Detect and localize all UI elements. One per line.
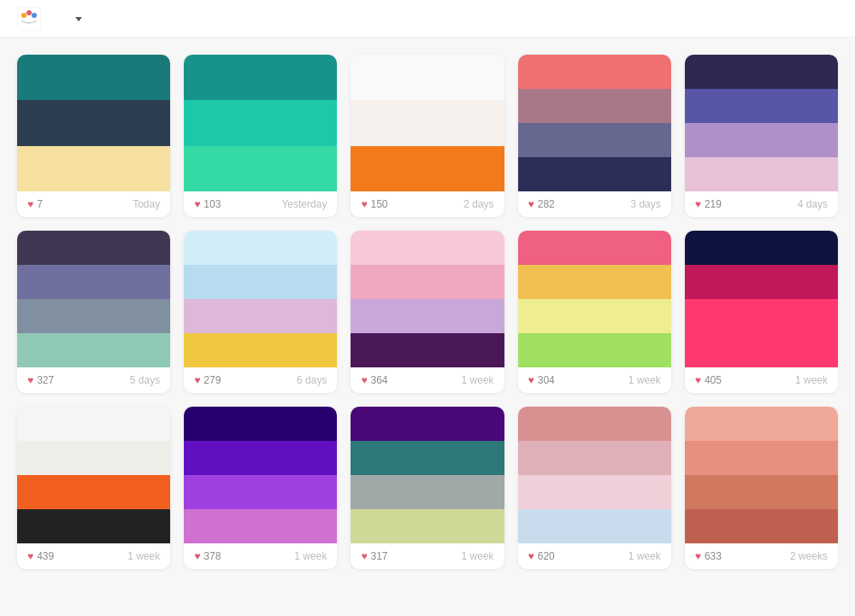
card-footer: ♥4391 week	[17, 543, 170, 569]
color-swatch	[17, 333, 170, 367]
nav-current-dropdown[interactable]	[72, 16, 82, 21]
palette-card[interactable]: ♥2796 days	[184, 231, 337, 393]
like-number: 7	[37, 198, 43, 210]
palette-colors	[17, 231, 170, 367]
time-label: 1 week	[795, 374, 828, 386]
time-label: Today	[133, 198, 160, 210]
likes-count[interactable]: ♥282	[528, 198, 555, 210]
color-swatch	[351, 441, 504, 475]
palette-card[interactable]: ♥2823 days	[518, 55, 671, 217]
card-footer: ♥103Yesterday	[184, 191, 337, 217]
color-swatch	[184, 299, 337, 333]
palette-card[interactable]: ♥1502 days	[351, 55, 504, 217]
likes-count[interactable]: ♥279	[194, 374, 221, 386]
logo-area[interactable]	[17, 7, 48, 31]
color-swatch	[17, 441, 170, 475]
likes-count[interactable]: ♥364	[361, 374, 387, 386]
like-number: 317	[371, 550, 388, 562]
palette-card[interactable]: ♥4051 week	[685, 231, 838, 393]
color-swatch	[184, 441, 337, 475]
color-swatch	[685, 441, 838, 475]
palette-card[interactable]: ♥3641 week	[351, 231, 504, 393]
color-swatch	[351, 100, 504, 145]
card-footer: ♥7Today	[17, 191, 170, 217]
palette-colors	[17, 407, 170, 543]
likes-count[interactable]: ♥219	[695, 198, 722, 210]
heart-icon: ♥	[695, 550, 701, 562]
card-footer: ♥2796 days	[184, 367, 337, 393]
like-number: 304	[538, 374, 555, 386]
likes-count[interactable]: ♥405	[695, 374, 722, 386]
likes-count[interactable]: ♥304	[528, 374, 555, 386]
likes-count[interactable]: ♥317	[361, 550, 387, 562]
likes-count[interactable]: ♥378	[194, 550, 221, 562]
heart-icon: ♥	[361, 550, 367, 562]
heart-icon: ♥	[528, 550, 534, 562]
time-label: Yesterday	[281, 198, 327, 210]
palette-card[interactable]: ♥3171 week	[351, 407, 504, 569]
likes-count[interactable]: ♥620	[528, 550, 555, 562]
color-swatch	[351, 475, 504, 509]
color-swatch	[184, 231, 337, 265]
time-label: 2 days	[463, 198, 493, 210]
color-swatch	[17, 146, 170, 191]
color-swatch	[518, 89, 671, 123]
likes-count[interactable]: ♥327	[27, 374, 54, 386]
palette-colors	[685, 55, 838, 191]
likes-count[interactable]: ♥439	[27, 550, 54, 562]
color-swatch	[351, 299, 504, 333]
color-swatch	[184, 475, 337, 509]
palette-card[interactable]: ♥3781 week	[184, 407, 337, 569]
palette-card[interactable]: ♥103Yesterday	[184, 55, 337, 217]
palette-card[interactable]: ♥2194 days	[685, 55, 838, 217]
palette-card[interactable]: ♥4391 week	[17, 407, 170, 569]
time-label: 5 days	[130, 374, 160, 386]
color-swatch	[17, 475, 170, 509]
time-label: 1 week	[462, 374, 494, 386]
palette-colors	[184, 407, 337, 543]
heart-icon: ♥	[27, 198, 33, 210]
color-swatch	[17, 231, 170, 265]
color-swatch	[17, 407, 170, 441]
color-swatch	[351, 407, 504, 441]
svg-point-1	[21, 13, 27, 18]
color-swatch	[17, 299, 170, 333]
svg-point-3	[32, 13, 37, 18]
palette-colors	[17, 55, 170, 191]
likes-count[interactable]: ♥103	[194, 198, 221, 210]
palette-colors	[518, 407, 671, 543]
palette-colors	[184, 231, 337, 367]
color-swatch	[351, 333, 504, 367]
palette-colors	[184, 55, 337, 191]
heart-icon: ♥	[194, 374, 200, 386]
color-swatch	[17, 509, 170, 543]
palette-card[interactable]: ♥7Today	[17, 55, 170, 217]
color-swatch	[518, 441, 671, 475]
color-swatch	[685, 509, 838, 543]
palette-colors	[685, 231, 838, 367]
color-swatch	[184, 509, 337, 543]
color-swatch	[184, 333, 337, 367]
palette-card[interactable]: ♥3275 days	[17, 231, 170, 393]
color-swatch	[518, 231, 671, 265]
card-footer: ♥3275 days	[17, 367, 170, 393]
card-footer: ♥1502 days	[351, 191, 504, 217]
likes-count[interactable]: ♥633	[695, 550, 722, 562]
color-swatch	[184, 55, 337, 100]
heart-icon: ♥	[361, 198, 367, 210]
palette-card[interactable]: ♥6332 weeks	[685, 407, 838, 569]
time-label: 1 week	[462, 550, 494, 562]
like-number: 327	[37, 374, 54, 386]
color-swatch	[17, 55, 170, 100]
likes-count[interactable]: ♥150	[361, 198, 387, 210]
color-swatch	[685, 299, 838, 333]
like-number: 364	[371, 374, 388, 386]
like-number: 150	[371, 198, 388, 210]
color-swatch	[685, 407, 838, 441]
card-footer: ♥3171 week	[351, 543, 504, 569]
palette-card[interactable]: ♥6201 week	[518, 407, 671, 569]
card-footer: ♥2194 days	[685, 191, 838, 217]
palette-card[interactable]: ♥3041 week	[518, 231, 671, 393]
like-number: 633	[705, 550, 722, 562]
likes-count[interactable]: ♥7	[27, 198, 43, 210]
